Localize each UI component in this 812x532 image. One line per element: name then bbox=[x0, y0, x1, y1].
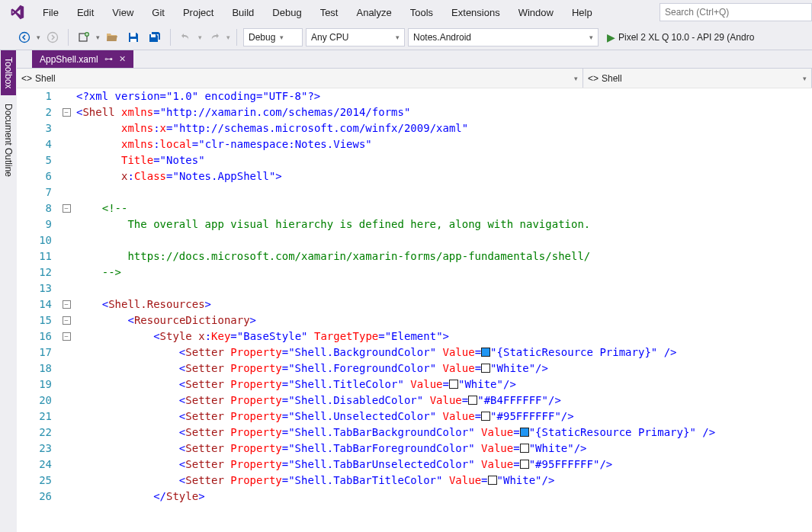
run-button[interactable]: ▶Pixel 2 XL Q 10.0 - API 29 (Andro bbox=[602, 28, 759, 46]
menu-analyze[interactable]: Analyze bbox=[347, 4, 400, 21]
nav-type-dropdown[interactable]: <> Shell▾ bbox=[17, 69, 583, 88]
forward-button[interactable] bbox=[43, 28, 62, 46]
side-tabs: Toolbox Document Outline bbox=[0, 50, 17, 532]
menu-test[interactable]: Test bbox=[311, 4, 348, 21]
visual-studio-logo-icon bbox=[6, 2, 27, 23]
undo-button[interactable] bbox=[177, 28, 195, 46]
menu-edit[interactable]: Edit bbox=[68, 4, 103, 21]
menu-git[interactable]: Git bbox=[143, 4, 174, 21]
navigation-bar: <> Shell▾ <> Shell▾ bbox=[17, 69, 812, 88]
menubar: FileEditViewGitProjectBuildDebugTestAnal… bbox=[0, 0, 812, 24]
pin-icon[interactable]: ⊶ bbox=[104, 54, 113, 64]
startup-project-dropdown[interactable]: Notes.Android▾ bbox=[408, 28, 599, 46]
save-all-button[interactable] bbox=[146, 28, 164, 46]
svg-point-0 bbox=[20, 32, 30, 42]
sidetab-toolbox[interactable]: Toolbox bbox=[1, 50, 16, 95]
code-lines[interactable]: <?xml version="1.0" encoding="UTF-8"?><S… bbox=[73, 88, 812, 532]
doctab-appshell[interactable]: AppShell.xaml ⊶ ✕ bbox=[32, 50, 133, 68]
back-button[interactable] bbox=[15, 28, 34, 46]
code-editor[interactable]: 1234567891011121314151617181920212223242… bbox=[17, 88, 812, 532]
search-input[interactable] bbox=[660, 3, 812, 21]
configuration-dropdown[interactable]: Debug▾ bbox=[243, 28, 303, 46]
menu-debug[interactable]: Debug bbox=[263, 4, 310, 21]
menu-tools[interactable]: Tools bbox=[401, 4, 442, 21]
svg-rect-6 bbox=[151, 34, 156, 37]
menu-window[interactable]: Window bbox=[509, 4, 563, 21]
toolbar: ▾ ▾ ▾ ▾ Debug▾ Any CPU▾ Notes.Android▾ ▶… bbox=[0, 24, 812, 50]
sidetab-document-outline[interactable]: Document Outline bbox=[1, 97, 16, 184]
line-numbers: 1234567891011121314151617181920212223242… bbox=[17, 88, 59, 532]
menu-view[interactable]: View bbox=[103, 4, 143, 21]
svg-rect-4 bbox=[130, 33, 136, 37]
code-icon: <> bbox=[588, 73, 599, 84]
doctab-label: AppShell.xaml bbox=[40, 54, 98, 65]
menu-project[interactable]: Project bbox=[174, 4, 223, 21]
redo-button[interactable] bbox=[205, 28, 223, 46]
close-icon[interactable]: ✕ bbox=[119, 54, 126, 64]
menu-help[interactable]: Help bbox=[563, 4, 602, 21]
fold-gutter[interactable]: −−−−− bbox=[59, 88, 73, 532]
save-button[interactable] bbox=[124, 28, 143, 46]
document-tabs: AppShell.xaml ⊶ ✕ bbox=[17, 50, 812, 69]
menu-extensions[interactable]: Extensions bbox=[442, 4, 509, 21]
open-button[interactable] bbox=[103, 28, 121, 46]
nav-member-dropdown[interactable]: <> Shell▾ bbox=[583, 69, 812, 88]
svg-point-1 bbox=[48, 32, 58, 42]
menu-file[interactable]: File bbox=[34, 4, 68, 21]
menu-build[interactable]: Build bbox=[223, 4, 263, 21]
code-icon: <> bbox=[21, 73, 32, 84]
new-project-button[interactable] bbox=[75, 28, 93, 46]
svg-rect-5 bbox=[130, 39, 136, 42]
platform-dropdown[interactable]: Any CPU▾ bbox=[306, 28, 405, 46]
